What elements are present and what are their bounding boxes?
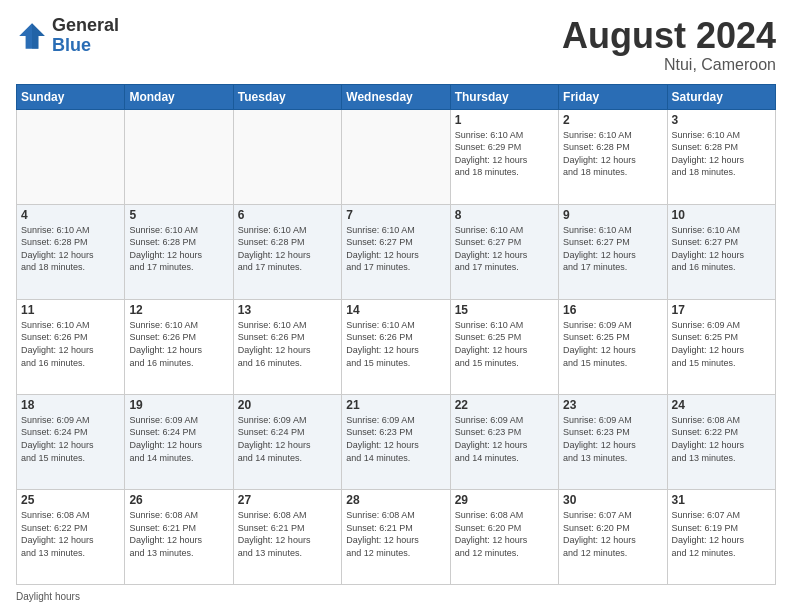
logo-general-text: General [52,16,119,36]
logo-blue-text: Blue [52,36,119,56]
day-number: 13 [238,303,337,317]
table-row: 21Sunrise: 6:09 AM Sunset: 6:23 PM Dayli… [342,394,450,489]
table-row: 6Sunrise: 6:10 AM Sunset: 6:28 PM Daylig… [233,204,341,299]
day-number: 14 [346,303,445,317]
day-info: Sunrise: 6:10 AM Sunset: 6:28 PM Dayligh… [563,129,662,179]
table-row: 27Sunrise: 6:08 AM Sunset: 6:21 PM Dayli… [233,489,341,584]
table-row: 12Sunrise: 6:10 AM Sunset: 6:26 PM Dayli… [125,299,233,394]
table-row: 28Sunrise: 6:08 AM Sunset: 6:21 PM Dayli… [342,489,450,584]
table-row: 8Sunrise: 6:10 AM Sunset: 6:27 PM Daylig… [450,204,558,299]
table-row: 20Sunrise: 6:09 AM Sunset: 6:24 PM Dayli… [233,394,341,489]
day-number: 22 [455,398,554,412]
day-info: Sunrise: 6:08 AM Sunset: 6:22 PM Dayligh… [672,414,771,464]
day-info: Sunrise: 6:07 AM Sunset: 6:19 PM Dayligh… [672,509,771,559]
calendar-table: Sunday Monday Tuesday Wednesday Thursday… [16,84,776,585]
day-number: 17 [672,303,771,317]
table-row: 10Sunrise: 6:10 AM Sunset: 6:27 PM Dayli… [667,204,775,299]
day-number: 10 [672,208,771,222]
day-info: Sunrise: 6:08 AM Sunset: 6:20 PM Dayligh… [455,509,554,559]
day-info: Sunrise: 6:09 AM Sunset: 6:24 PM Dayligh… [129,414,228,464]
table-row [17,109,125,204]
table-row: 25Sunrise: 6:08 AM Sunset: 6:22 PM Dayli… [17,489,125,584]
day-info: Sunrise: 6:10 AM Sunset: 6:28 PM Dayligh… [238,224,337,274]
table-row: 30Sunrise: 6:07 AM Sunset: 6:20 PM Dayli… [559,489,667,584]
col-friday: Friday [559,84,667,109]
day-number: 21 [346,398,445,412]
logo-icon [16,20,48,52]
title-block: August 2024 Ntui, Cameroon [562,16,776,74]
day-number: 23 [563,398,662,412]
day-number: 7 [346,208,445,222]
table-row: 26Sunrise: 6:08 AM Sunset: 6:21 PM Dayli… [125,489,233,584]
table-row: 14Sunrise: 6:10 AM Sunset: 6:26 PM Dayli… [342,299,450,394]
day-number: 1 [455,113,554,127]
day-info: Sunrise: 6:08 AM Sunset: 6:21 PM Dayligh… [238,509,337,559]
col-sunday: Sunday [17,84,125,109]
table-row [233,109,341,204]
table-row: 22Sunrise: 6:09 AM Sunset: 6:23 PM Dayli… [450,394,558,489]
table-row: 19Sunrise: 6:09 AM Sunset: 6:24 PM Dayli… [125,394,233,489]
table-row: 23Sunrise: 6:09 AM Sunset: 6:23 PM Dayli… [559,394,667,489]
day-info: Sunrise: 6:07 AM Sunset: 6:20 PM Dayligh… [563,509,662,559]
day-info: Sunrise: 6:09 AM Sunset: 6:23 PM Dayligh… [563,414,662,464]
day-number: 25 [21,493,120,507]
day-number: 15 [455,303,554,317]
table-row: 11Sunrise: 6:10 AM Sunset: 6:26 PM Dayli… [17,299,125,394]
table-row: 2Sunrise: 6:10 AM Sunset: 6:28 PM Daylig… [559,109,667,204]
day-number: 3 [672,113,771,127]
footer-daylight-label: Daylight hours [16,591,80,602]
day-info: Sunrise: 6:10 AM Sunset: 6:27 PM Dayligh… [563,224,662,274]
day-number: 5 [129,208,228,222]
calendar-week-4: 18Sunrise: 6:09 AM Sunset: 6:24 PM Dayli… [17,394,776,489]
table-row [125,109,233,204]
day-info: Sunrise: 6:10 AM Sunset: 6:28 PM Dayligh… [672,129,771,179]
day-info: Sunrise: 6:10 AM Sunset: 6:28 PM Dayligh… [129,224,228,274]
day-info: Sunrise: 6:10 AM Sunset: 6:26 PM Dayligh… [21,319,120,369]
table-row: 16Sunrise: 6:09 AM Sunset: 6:25 PM Dayli… [559,299,667,394]
day-info: Sunrise: 6:08 AM Sunset: 6:21 PM Dayligh… [129,509,228,559]
day-number: 27 [238,493,337,507]
day-number: 18 [21,398,120,412]
calendar-week-2: 4Sunrise: 6:10 AM Sunset: 6:28 PM Daylig… [17,204,776,299]
day-number: 8 [455,208,554,222]
day-info: Sunrise: 6:10 AM Sunset: 6:26 PM Dayligh… [346,319,445,369]
logo: General Blue [16,16,119,56]
table-row: 7Sunrise: 6:10 AM Sunset: 6:27 PM Daylig… [342,204,450,299]
svg-marker-1 [32,23,45,49]
table-row: 24Sunrise: 6:08 AM Sunset: 6:22 PM Dayli… [667,394,775,489]
calendar-week-5: 25Sunrise: 6:08 AM Sunset: 6:22 PM Dayli… [17,489,776,584]
day-number: 26 [129,493,228,507]
table-row: 5Sunrise: 6:10 AM Sunset: 6:28 PM Daylig… [125,204,233,299]
title-location: Ntui, Cameroon [562,56,776,74]
table-row: 17Sunrise: 6:09 AM Sunset: 6:25 PM Dayli… [667,299,775,394]
day-number: 20 [238,398,337,412]
day-number: 12 [129,303,228,317]
table-row: 29Sunrise: 6:08 AM Sunset: 6:20 PM Dayli… [450,489,558,584]
table-row: 1Sunrise: 6:10 AM Sunset: 6:29 PM Daylig… [450,109,558,204]
day-number: 9 [563,208,662,222]
page: General Blue August 2024 Ntui, Cameroon … [0,0,792,612]
table-row: 18Sunrise: 6:09 AM Sunset: 6:24 PM Dayli… [17,394,125,489]
col-saturday: Saturday [667,84,775,109]
title-month: August 2024 [562,16,776,56]
day-number: 6 [238,208,337,222]
table-row: 4Sunrise: 6:10 AM Sunset: 6:28 PM Daylig… [17,204,125,299]
day-info: Sunrise: 6:10 AM Sunset: 6:27 PM Dayligh… [455,224,554,274]
col-tuesday: Tuesday [233,84,341,109]
day-info: Sunrise: 6:10 AM Sunset: 6:26 PM Dayligh… [238,319,337,369]
col-wednesday: Wednesday [342,84,450,109]
footer-note: Daylight hours [16,591,776,602]
logo-text: General Blue [52,16,119,56]
day-info: Sunrise: 6:10 AM Sunset: 6:27 PM Dayligh… [346,224,445,274]
day-number: 31 [672,493,771,507]
table-row [342,109,450,204]
calendar-week-3: 11Sunrise: 6:10 AM Sunset: 6:26 PM Dayli… [17,299,776,394]
day-info: Sunrise: 6:09 AM Sunset: 6:24 PM Dayligh… [238,414,337,464]
day-info: Sunrise: 6:10 AM Sunset: 6:28 PM Dayligh… [21,224,120,274]
day-info: Sunrise: 6:09 AM Sunset: 6:23 PM Dayligh… [455,414,554,464]
day-info: Sunrise: 6:09 AM Sunset: 6:23 PM Dayligh… [346,414,445,464]
header-row: Sunday Monday Tuesday Wednesday Thursday… [17,84,776,109]
day-info: Sunrise: 6:10 AM Sunset: 6:27 PM Dayligh… [672,224,771,274]
day-number: 16 [563,303,662,317]
table-row: 15Sunrise: 6:10 AM Sunset: 6:25 PM Dayli… [450,299,558,394]
